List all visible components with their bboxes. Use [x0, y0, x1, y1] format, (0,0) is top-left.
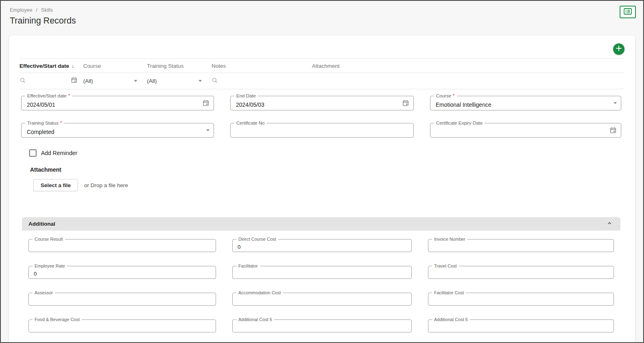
additional-section: Additional Course Result Direct Course C… — [22, 217, 620, 332]
breadcrumb-item-employee[interactable]: Employee — [10, 7, 32, 13]
column-header-attachment[interactable]: Attachment — [312, 63, 625, 69]
form-row-2: Training Status * Certificate No Certifi… — [21, 123, 621, 138]
accommodation-cost-field[interactable]: Accommodation Cost — [232, 293, 412, 306]
field-label: Training Status * — [25, 120, 64, 126]
required-asterisk: * — [453, 93, 455, 99]
calendar-icon[interactable] — [402, 99, 409, 107]
facilitator-cost-field[interactable]: Facilitator Cost — [428, 293, 614, 306]
column-label: Notes — [212, 63, 226, 69]
field-label: Additional Cost 5 — [236, 317, 274, 322]
attachment-upload-area[interactable]: Select a file or Drop a file here — [33, 179, 635, 191]
field-label: Accommodation Cost — [236, 290, 283, 296]
chevron-down-icon — [199, 80, 202, 82]
breadcrumb: Employee / Skills — [10, 7, 633, 13]
effective-start-date-field[interactable]: Effective/Start date * — [21, 96, 214, 110]
direct-course-cost-field[interactable]: Direct Course Cost — [232, 239, 412, 252]
label-text: Food & Beverage Cost — [35, 317, 80, 322]
field-label: Course * — [434, 93, 457, 99]
field-label: Invoice Number — [432, 236, 467, 242]
certificate-no-field[interactable]: Certificate No — [230, 123, 414, 138]
select-file-button[interactable]: Select a file — [33, 179, 78, 191]
chevron-up-icon[interactable] — [607, 220, 612, 228]
invoice-number-field[interactable]: Invoice Number — [428, 239, 614, 252]
label-text: Course — [436, 93, 451, 99]
attachment-heading: Attachment — [30, 166, 635, 173]
chevron-down-icon[interactable] — [614, 102, 617, 104]
field-label: Effective/Start date * — [25, 93, 72, 99]
label-text: Facilitator Cost — [434, 290, 464, 296]
status-filter-value: (All) — [147, 78, 157, 84]
employee-rate-field[interactable]: Employee Rate — [28, 266, 216, 279]
notes-filter-input[interactable] — [212, 73, 312, 89]
label-text: Certificate No — [236, 120, 265, 126]
label-text: End Date — [236, 93, 256, 99]
assessor-field[interactable]: Assessor — [28, 293, 216, 306]
attachment-filter-cell — [312, 73, 625, 89]
calendar-icon[interactable] — [202, 99, 210, 107]
field-label: Direct Course Cost — [236, 236, 278, 242]
facilitator-field[interactable]: Facilitator — [232, 266, 412, 279]
column-header-training-status[interactable]: Training Status — [147, 63, 212, 69]
search-icon — [19, 77, 26, 85]
label-text: Course Result — [35, 236, 63, 242]
label-text: Assessor — [35, 290, 53, 296]
column-label: Effective/Start date — [19, 63, 69, 69]
status-filter-select[interactable]: (All) — [147, 73, 212, 89]
effective-date-filter[interactable] — [19, 73, 83, 89]
column-header-effective-start-date[interactable]: Effective/Start date ↓ — [19, 63, 83, 69]
label-text: Travel Cost — [434, 263, 457, 269]
add-record-button[interactable] — [613, 43, 625, 55]
course-filter-value: (All) — [83, 78, 93, 84]
calendar-icon[interactable] — [609, 127, 617, 134]
form-row-1: Effective/Start date * End Date Course * — [21, 96, 621, 110]
page-title: Training Records — [10, 16, 633, 26]
food-beverage-cost-field[interactable]: Food & Beverage Cost — [28, 319, 216, 332]
add-reminder-label[interactable]: Add Reminder — [41, 150, 78, 156]
column-label: Course — [83, 63, 101, 69]
records-card: Effective/Start date ↓ Course Training S… — [9, 35, 635, 342]
label-text: Direct Course Cost — [238, 236, 276, 242]
page-header: Employee / Skills Training Records — [1, 1, 643, 26]
certificate-expiry-date-field[interactable]: Certificate Expiry Date — [430, 123, 621, 138]
label-text: Employee Rate — [35, 263, 65, 269]
additional-cost-5-field[interactable]: Additional Cost 5 — [232, 319, 412, 332]
table-header-row: Effective/Start date ↓ Course Training S… — [19, 58, 625, 73]
travel-cost-field[interactable]: Travel Cost — [428, 266, 614, 279]
list-view-button[interactable] — [620, 6, 636, 18]
column-label: Attachment — [312, 63, 339, 69]
course-select[interactable] — [430, 96, 621, 110]
field-label: Additional Cost 6 — [432, 317, 470, 322]
additional-section-header[interactable]: Additional — [22, 217, 620, 231]
course-filter-select[interactable]: (All) — [83, 73, 147, 89]
label-text: Accommodation Cost — [238, 290, 281, 296]
filter-row: (All) (All) — [19, 73, 625, 89]
label-text: Additional Cost 5 — [238, 317, 272, 322]
field-label: Food & Beverage Cost — [32, 317, 82, 322]
drop-file-hint: or Drop a file here — [84, 182, 128, 188]
field-label: Employee Rate — [32, 263, 67, 269]
add-reminder-checkbox[interactable] — [29, 149, 37, 157]
label-text: Facilitator — [238, 263, 258, 269]
chevron-down-icon[interactable] — [206, 129, 210, 132]
end-date-field[interactable]: End Date — [230, 96, 414, 110]
additional-fields-grid: Course Result Direct Course Cost Invoice… — [22, 231, 620, 332]
course-result-field[interactable]: Course Result — [28, 239, 216, 252]
training-status-field[interactable]: Training Status * — [21, 123, 214, 138]
end-date-input[interactable] — [231, 96, 413, 110]
list-icon — [624, 8, 632, 16]
column-header-course[interactable]: Course — [83, 63, 147, 69]
breadcrumb-item-skills[interactable]: Skills — [41, 7, 53, 13]
chevron-down-icon — [134, 80, 137, 82]
field-label: Travel Cost — [432, 263, 459, 269]
calendar-icon[interactable] — [71, 77, 78, 85]
additional-title: Additional — [28, 221, 55, 227]
column-header-notes[interactable]: Notes — [212, 63, 312, 69]
additional-cost-6-field[interactable]: Additional Cost 6 — [428, 319, 614, 332]
label-text: Certificate Expiry Date — [436, 120, 482, 126]
label-text: Additional Cost 6 — [434, 317, 468, 322]
add-reminder-row: Add Reminder — [29, 149, 635, 157]
assessor-input[interactable] — [29, 293, 216, 305]
field-label: End Date — [234, 93, 258, 99]
course-field[interactable]: Course * — [430, 96, 621, 110]
search-icon — [212, 77, 218, 85]
